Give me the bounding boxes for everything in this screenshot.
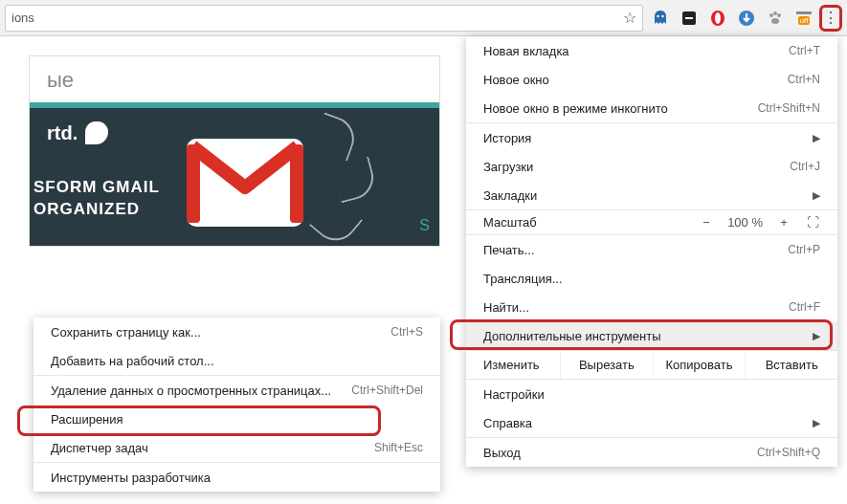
menu-new-tab[interactable]: Новая вкладкаCtrl+T <box>466 36 837 65</box>
svg-rect-13 <box>290 144 303 223</box>
arrow-icon <box>332 157 379 204</box>
paw-ext-icon[interactable] <box>766 9 785 28</box>
menu-cast[interactable]: Трансляция... <box>466 264 837 293</box>
download-ext-icon[interactable] <box>737 9 756 28</box>
submenu-extensions[interactable]: Расширения <box>33 405 440 433</box>
url-text: ions <box>11 11 623 25</box>
submenu-dev-tools[interactable]: Инструменты разработчика <box>33 463 440 492</box>
menu-copy[interactable]: Копировать <box>653 351 746 379</box>
svg-point-9 <box>777 13 781 17</box>
extension-icons: off <box>651 9 819 28</box>
submenu-task-manager[interactable]: Диспетчер задачShift+Esc <box>33 433 440 462</box>
submenu-clear-data[interactable]: Удаление данных о просмотренных страница… <box>33 376 440 405</box>
menu-exit[interactable]: ВыходCtrl+Shift+Q <box>466 438 837 467</box>
chevron-right-icon: ▶ <box>813 330 820 342</box>
menu-help[interactable]: Справка▶ <box>466 408 837 437</box>
chrome-menu-button[interactable]: ⋮ <box>819 5 842 32</box>
svg-point-5 <box>715 12 721 24</box>
opera-icon[interactable] <box>708 9 727 28</box>
chevron-right-icon: ▶ <box>813 189 820 202</box>
menu-downloads[interactable]: ЗагрузкиCtrl+J <box>466 152 837 181</box>
squirrel-icon <box>85 121 108 144</box>
chevron-right-icon: ▶ <box>813 417 820 429</box>
zoom-in-button[interactable]: + <box>776 215 791 230</box>
menu-settings[interactable]: Настройки <box>466 380 837 408</box>
more-tools-submenu: Сохранить страницу как...Ctrl+S Добавить… <box>33 318 440 492</box>
address-bar[interactable]: ions ☆ <box>5 5 643 32</box>
svg-rect-12 <box>187 144 200 223</box>
chevron-right-icon: ▶ <box>813 132 820 144</box>
bookmark-star-icon[interactable]: ☆ <box>623 9 636 27</box>
menu-new-window[interactable]: Новое окноCtrl+N <box>466 65 837 94</box>
submenu-add-desktop[interactable]: Добавить на рабочий стол... <box>33 346 440 375</box>
svg-point-8 <box>773 11 777 15</box>
svg-point-7 <box>769 13 773 17</box>
fullscreen-icon[interactable]: ⛶ <box>805 215 820 230</box>
menu-paste[interactable]: Вставить <box>745 351 837 379</box>
menu-edit-row: Изменить Вырезать Копировать Вставить <box>466 351 837 379</box>
gmail-logo-icon <box>183 135 307 233</box>
submenu-save-as[interactable]: Сохранить страницу как...Ctrl+S <box>33 318 440 346</box>
menu-more-tools[interactable]: Дополнительные инструменты▶ <box>466 321 837 350</box>
zoom-value: 100 % <box>727 215 763 230</box>
arrow-icon <box>309 196 363 246</box>
chrome-main-menu: Новая вкладкаCtrl+T Новое окноCtrl+N Нов… <box>466 36 837 467</box>
menu-edit-label: Изменить <box>466 351 560 379</box>
panel-heading: ые <box>30 56 439 102</box>
zoom-out-button[interactable]: − <box>699 215 714 230</box>
svg-point-0 <box>657 14 658 16</box>
menu-find[interactable]: Найти...Ctrl+F <box>466 293 837 321</box>
menu-print[interactable]: Печать...Ctrl+P <box>466 235 837 264</box>
promo-banner: rtd. SFORM GMAIL ORGANIZED S <box>30 102 439 246</box>
menu-zoom: Масштаб − 100 % + ⛶ <box>466 210 837 234</box>
dark-ext-icon[interactable] <box>680 9 699 28</box>
menu-cut[interactable]: Вырезать <box>560 351 653 379</box>
arrow-icon <box>311 112 360 161</box>
toggle-ext-icon[interactable]: off <box>794 9 814 28</box>
brand-text: rtd. <box>47 122 78 144</box>
browser-toolbar: ions ☆ off ⋮ <box>0 0 847 36</box>
svg-rect-3 <box>685 17 693 19</box>
svg-point-10 <box>771 18 779 24</box>
menu-bookmarks[interactable]: Закладки▶ <box>466 181 837 209</box>
extensions-panel: ые rtd. SFORM GMAIL ORGANIZED S <box>29 55 440 247</box>
ghostery-icon[interactable] <box>651 9 670 28</box>
banner-text: SFORM GMAIL ORGANIZED <box>33 177 160 221</box>
menu-history[interactable]: История▶ <box>466 123 837 152</box>
menu-incognito[interactable]: Новое окно в режиме инкогнитоCtrl+Shift+… <box>466 94 837 122</box>
banner-cta: S <box>419 217 432 234</box>
svg-point-1 <box>661 14 663 16</box>
